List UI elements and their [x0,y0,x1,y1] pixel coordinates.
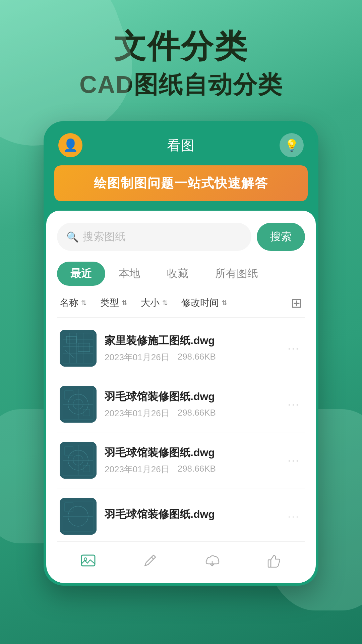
tab-all[interactable]: 所有图纸 [202,262,272,286]
file-name: 羽毛球馆装修图纸.dwg [105,507,277,522]
avatar-button[interactable]: 👤 [58,133,82,157]
file-info: 羽毛球馆装修图纸.dwg [105,507,277,525]
sort-size-arrow: ⇅ [162,299,168,307]
file-info: 羽毛球馆装修图纸.dwg 2023年01月26日 298.66KB [105,389,277,419]
more-button[interactable]: ··· [285,395,302,413]
nav-item-draw[interactable] [131,550,169,575]
search-button[interactable]: 搜索 [257,223,305,251]
file-item[interactable]: 羽毛球馆装修图纸.dwg 2023年01月26日 298.66KB ··· [57,376,305,432]
app-header: 👤 看图 💡 [46,124,316,165]
phone-mockup: 👤 看图 💡 绘图制图问题一站式快速解答 🔍 搜索图纸 [44,121,318,586]
more-button[interactable]: ··· [285,339,302,357]
banner[interactable]: 绘图制图问题一站式快速解答 [54,165,308,201]
svg-point-33 [84,558,87,560]
file-size: 298.66KB [178,464,216,475]
app-title: 看图 [167,136,195,155]
file-name: 羽毛球馆装修图纸.dwg [105,389,277,404]
sort-type-arrow: ⇅ [122,299,127,307]
file-item[interactable]: 羽毛球馆装修图纸.dwg ··· [57,488,305,535]
pen-icon [142,552,158,572]
phone-inner: 👤 看图 💡 绘图制图问题一站式快速解答 🔍 搜索图纸 [46,124,316,583]
file-meta: 2023年01月26日 298.66KB [105,464,277,475]
tab-local[interactable]: 本地 [105,262,154,286]
sort-name-arrow: ⇅ [81,299,87,307]
tab-recent[interactable]: 最近 [57,262,105,286]
file-date: 2023年01月26日 [105,464,170,475]
file-name: 家里装修施工图纸.dwg [105,333,277,348]
sort-name[interactable]: 名称 ⇅ [60,297,87,309]
file-thumbnail [60,442,97,479]
file-meta: 2023年01月26日 298.66KB [105,352,277,363]
banner-text: 绘图制图问题一站式快速解答 [94,176,268,190]
file-info: 家里装修施工图纸.dwg 2023年01月26日 298.66KB [105,333,277,363]
search-placeholder-text: 搜索图纸 [83,229,126,244]
thumbs-up-icon [266,552,282,572]
nav-item-gallery[interactable] [69,550,107,575]
search-input-wrap[interactable]: 🔍 搜索图纸 [57,223,251,251]
svg-rect-36 [268,560,271,567]
tabs: 最近 本地 收藏 所有图纸 [57,262,305,286]
search-bar: 🔍 搜索图纸 搜索 [57,223,305,251]
nav-item-more[interactable] [255,550,293,575]
file-list: 家里装修施工图纸.dwg 2023年01月26日 298.66KB ··· [57,320,305,535]
gallery-icon [80,552,96,572]
svg-line-34 [152,557,154,559]
file-date: 2023年01月26日 [105,408,170,419]
search-icon: 🔍 [66,231,79,243]
file-item[interactable]: 羽毛球馆装修图纸.dwg 2023年01月26日 298.66KB ··· [57,432,305,488]
content-area: 🔍 搜索图纸 搜索 最近 本地 收藏 [46,211,316,583]
grid-view-icon[interactable]: ⊞ [291,295,302,311]
file-info: 羽毛球馆装修图纸.dwg 2023年01月26日 298.66KB [105,445,277,475]
svg-rect-32 [81,555,95,566]
page-container: 文件分类 CAD图纸自动分类 👤 看图 💡 绘图制图问题一站式快速解答 [0,0,362,644]
sort-date[interactable]: 修改时间 ⇅ [181,297,227,309]
sort-type[interactable]: 类型 ⇅ [100,297,127,309]
user-icon: 👤 [63,138,78,152]
bottom-nav [57,541,305,583]
bulb-icon: 💡 [285,139,299,152]
more-button[interactable]: ··· [285,451,302,469]
sort-size[interactable]: 大小 ⇅ [141,297,168,309]
sort-row: 名称 ⇅ 类型 ⇅ 大小 ⇅ 修改时间 ⇅ ⊞ [57,295,305,318]
file-size: 298.66KB [178,408,216,419]
file-name: 羽毛球馆装修图纸.dwg [105,445,277,460]
more-button[interactable]: ··· [285,507,302,525]
file-thumbnail [60,386,97,423]
file-thumbnail [60,330,97,367]
sort-date-arrow: ⇅ [222,299,227,307]
tab-favorites[interactable]: 收藏 [154,262,202,286]
file-date: 2023年01月26日 [105,352,170,363]
bulb-button[interactable]: 💡 [280,133,304,157]
file-meta: 2023年01月26日 298.66KB [105,408,277,419]
file-thumbnail [60,498,97,535]
file-item[interactable]: 家里装修施工图纸.dwg 2023年01月26日 298.66KB ··· [57,320,305,376]
cloud-icon [204,552,220,572]
nav-item-cloud[interactable] [193,550,231,575]
file-size: 298.66KB [178,352,216,363]
